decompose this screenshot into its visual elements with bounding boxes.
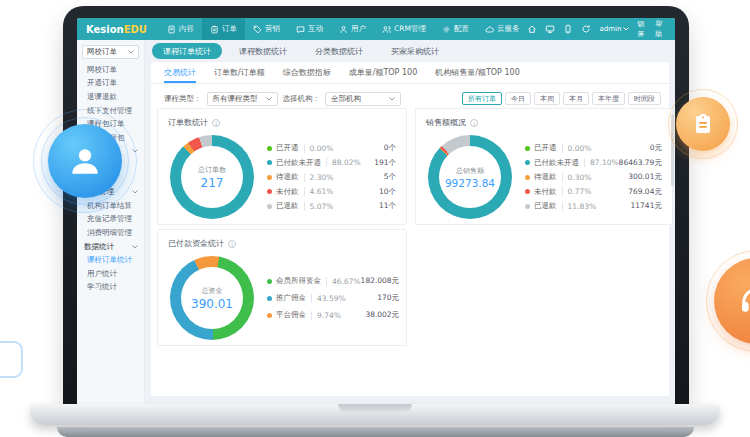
legend-row: 已退款5.07%11个: [267, 201, 396, 211]
legend-row: 待退款0.30%300.01元: [525, 172, 662, 182]
legend-row: 会员所得资金46.67%182.008元: [267, 276, 399, 286]
help-link[interactable]: 帮助: [655, 19, 665, 39]
sidebar-section-statistics[interactable]: 数据统计: [77, 240, 144, 254]
tab-course-order-stats[interactable]: 课程订单统计: [152, 43, 222, 59]
sidebar: 网校订单 网校订单 开通订单 退课退款 线下支付管理 课程包订单 开通课程包 财…: [77, 40, 145, 406]
sidebar-item[interactable]: 用户统计: [77, 267, 144, 281]
legend-dot: [267, 296, 272, 301]
nav-item-interaction[interactable]: 互动: [288, 18, 331, 40]
legend-dot: [267, 204, 272, 209]
clipboard-icon: [691, 112, 715, 136]
legend-value: 86463.79元: [619, 158, 662, 168]
info-icon[interactable]: i: [212, 119, 220, 127]
brand-right: EDU: [124, 24, 147, 35]
donut-center-label: 总销售额: [456, 166, 484, 176]
legend-pct: 9.74%: [311, 311, 341, 320]
nav-item-marketing[interactable]: 营销: [245, 18, 288, 40]
sidebar-item-course-order-stats[interactable]: 课程订单统计: [77, 253, 144, 267]
nav-item-crm[interactable]: CRM管理: [374, 18, 434, 40]
tab-trade-stats[interactable]: 交易统计: [164, 62, 196, 83]
org-select[interactable]: 全部机构: [325, 92, 401, 106]
legend-label: 已开通: [276, 143, 299, 153]
content-icon: [167, 25, 176, 34]
card-title: 订单数统计 i: [168, 117, 396, 128]
legend: 已开通0.00%0个 已付款未开通88.02%191个 待退款2.30%5个 未…: [267, 143, 396, 211]
screen: KesionEDU 内容 订单 营销: [77, 18, 675, 406]
info-icon[interactable]: i: [228, 240, 236, 248]
sidebar-item[interactable]: 开通订单: [77, 77, 144, 91]
org-value: 全部机构: [331, 94, 361, 104]
donut-center: 总资金 390.01: [170, 256, 254, 340]
paid-funds-donut: 总资金 390.01: [170, 256, 254, 340]
donut-center: 总销售额 99273.84: [428, 135, 512, 219]
chevron-down-icon: [128, 50, 134, 54]
laptop-bottom-edge: [57, 427, 694, 437]
tab-composite-metrics[interactable]: 综合数据指标: [283, 62, 331, 83]
sidebar-item-label: 网校订单: [87, 65, 117, 75]
nav-item-orders[interactable]: 订单: [202, 18, 245, 40]
legend-label: 待退款: [534, 172, 557, 182]
tab-top100-deals[interactable]: 成单量/额TOP 100: [349, 62, 418, 83]
home-icon[interactable]: [527, 24, 537, 34]
legend-row: 已开通0.00%0元: [525, 143, 662, 153]
course-type-select[interactable]: 所有课程类型: [207, 92, 278, 106]
navbar-right: admin 锁屏 帮助: [527, 19, 675, 39]
legend-label: 未付款: [276, 187, 299, 197]
sidebar-item[interactable]: 网校订单: [77, 63, 144, 77]
legend-label: 已付款未开通: [534, 158, 579, 168]
page-tabs: 课程订单统计 课程数据统计 分类数据统计 买家采购统计: [145, 40, 675, 62]
decor-square: [0, 341, 23, 378]
legend-value: 11741元: [631, 201, 662, 211]
legend-dot: [267, 279, 272, 284]
nav-item-content[interactable]: 内容: [159, 18, 202, 40]
sidebar-item-label: 数据统计: [84, 242, 114, 252]
orders-icon: [210, 25, 219, 34]
filter-all-orders[interactable]: 所有订单: [462, 92, 502, 105]
sidebar-item[interactable]: 学习统计: [77, 281, 144, 295]
filter-time-range[interactable]: 时间段: [628, 92, 661, 105]
nav-label: 配置: [454, 24, 469, 34]
legend-dot: [267, 146, 272, 151]
legend-pct: 46.67%: [326, 277, 361, 286]
mobile-icon[interactable]: [563, 24, 573, 34]
tab-top100-org-sales[interactable]: 机构销售量/额TOP 100: [435, 62, 520, 83]
legend-dot: [525, 204, 530, 209]
tab-course-data-stats[interactable]: 课程数据统计: [228, 43, 298, 59]
sidebar-item[interactable]: 退课退款: [77, 90, 144, 104]
laptop-notch: [338, 404, 412, 412]
info-icon[interactable]: i: [470, 119, 478, 127]
tab-buyer-purchase-stats[interactable]: 买家采购统计: [380, 43, 450, 59]
refresh-icon[interactable]: [581, 24, 591, 34]
user-menu[interactable]: admin: [599, 25, 629, 33]
legend-label: 已退款: [276, 201, 299, 211]
sidebar-item[interactable]: 充值记录管理: [77, 213, 144, 227]
page: KesionEDU 内容 订单 营销: [0, 0, 750, 437]
chevron-down-icon: [266, 97, 272, 101]
monitor-icon[interactable]: [545, 24, 555, 34]
donut-center-label: 总资金: [202, 286, 223, 296]
selected-module: 网校订单: [87, 47, 117, 57]
filter-this-week[interactable]: 本周: [534, 92, 560, 105]
tab-order-count-amount[interactable]: 订单数/订单额: [214, 62, 265, 83]
filter-this-year[interactable]: 本年度: [592, 92, 625, 105]
lock-screen-link[interactable]: 锁屏: [637, 19, 647, 39]
nav-items: 内容 订单 营销 互动: [159, 18, 527, 40]
sidebar-item[interactable]: 消费明细管理: [77, 226, 144, 240]
legend-row: 已付款未开通87.10%86463.79元: [525, 158, 662, 168]
legend-label: 已开通: [534, 143, 557, 153]
nav-item-users[interactable]: 用户: [331, 18, 374, 40]
order-count-donut: 总订单数 217: [170, 135, 254, 219]
donut-center: 总订单数 217: [170, 135, 254, 219]
legend-row: 已退款11.83%11741元: [525, 201, 662, 211]
nav-item-settings[interactable]: 配置: [434, 18, 477, 40]
tab-category-data-stats[interactable]: 分类数据统计: [304, 43, 374, 59]
legend-pct: 43.59%: [311, 294, 346, 303]
legend-row: 已开通0.00%0个: [267, 143, 396, 153]
filter-this-month[interactable]: 本月: [563, 92, 589, 105]
legend-row: 平台佣金9.74%38.002元: [267, 310, 399, 320]
legend-value: 5个: [384, 172, 396, 182]
nav-item-cloud[interactable]: 云服务: [477, 18, 528, 40]
filter-today[interactable]: 今日: [505, 92, 531, 105]
sidebar-module-select[interactable]: 网校订单: [82, 45, 139, 59]
interaction-icon: [296, 25, 305, 34]
